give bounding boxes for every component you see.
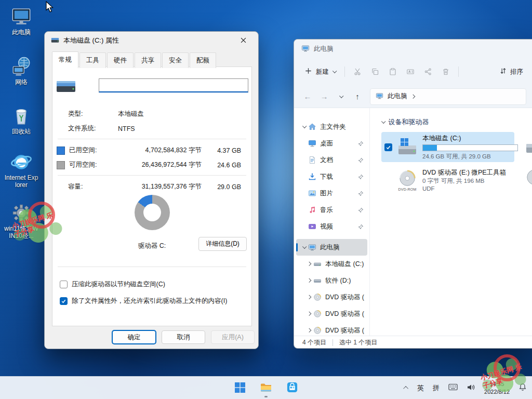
sidebar-item-pictures[interactable]: 图片 xyxy=(296,185,367,202)
sidebar-item-home[interactable]: 主文件夹 xyxy=(296,118,367,135)
breadcrumb[interactable]: 此电脑 xyxy=(388,92,407,101)
checkbox-checked-icon[interactable] xyxy=(60,297,68,305)
cancel-button[interactable]: 取消 xyxy=(162,330,205,344)
forward-button[interactable]: → xyxy=(317,89,331,104)
desktop-icon-network[interactable]: 网络 xyxy=(4,55,38,86)
sidebar-item-documents[interactable]: 文档 xyxy=(296,152,367,168)
drive-tile-dvd-e[interactable]: DVD-ROM DVD 驱动器 (E:) 微PE工具箱 0 字节 可用, 共 1… xyxy=(381,165,514,195)
clipped-drive-icon xyxy=(525,135,532,157)
checkbox-label: 压缩此驱动器以节约磁盘空间(C) xyxy=(72,280,165,289)
tab-general[interactable]: 常规 xyxy=(52,51,78,68)
rename-button[interactable] xyxy=(402,63,419,80)
drive-usage-fill xyxy=(423,145,437,151)
sidebar-item-downloads[interactable]: 下载 xyxy=(296,168,367,185)
sidebar-item-dvd-e[interactable]: DVD 驱动器 (E xyxy=(296,289,367,305)
desktop-icon-label: 回收站 xyxy=(12,128,31,136)
sort-button[interactable]: 排序 xyxy=(495,63,527,80)
language-indicator[interactable]: 英 xyxy=(416,382,425,394)
history-dropdown-button[interactable] xyxy=(334,89,348,104)
sidebar-item-label: 主文件夹 xyxy=(320,123,364,131)
volume-label-input[interactable] xyxy=(99,78,248,92)
date-label: 2022/8/12 xyxy=(484,388,510,395)
drive-name: DVD 驱动器 (E:) 微PE工具箱 xyxy=(422,168,511,177)
sidebar-item-dvd-f[interactable]: DVD 驱动器 (F xyxy=(296,305,367,322)
desktop-icon-internet-explorer[interactable]: Internet Explorer xyxy=(4,151,38,189)
checkbox-unchecked-icon[interactable] xyxy=(60,281,68,288)
chevron-right-icon xyxy=(307,262,311,266)
pictures-icon xyxy=(308,189,317,197)
speaker-icon xyxy=(467,383,475,393)
sidebar-item-videos[interactable]: 视频 xyxy=(296,218,367,235)
capacity-size: 29.0 GB xyxy=(202,183,241,191)
pin-icon xyxy=(357,157,364,163)
notification-center-button[interactable] xyxy=(517,382,528,394)
chevron-right-icon xyxy=(307,312,311,316)
divider xyxy=(344,66,345,77)
desktop-icon-this-pc[interactable]: 此电脑 xyxy=(4,5,38,36)
explorer-titlebar[interactable]: 此电脑 xyxy=(294,39,532,58)
local-disk-icon xyxy=(313,260,322,268)
store-icon xyxy=(286,381,298,395)
touch-keyboard-button[interactable] xyxy=(447,382,459,393)
file-explorer-icon xyxy=(260,381,272,395)
copy-button[interactable] xyxy=(366,63,384,80)
store-taskbar-button[interactable] xyxy=(282,378,302,398)
drive-usage-bar xyxy=(422,144,518,151)
field-label: 容量: xyxy=(57,182,118,191)
delete-button[interactable] xyxy=(437,63,455,80)
file-explorer-taskbar-button[interactable] xyxy=(256,378,276,398)
sort-icon xyxy=(499,67,507,76)
index-checkbox-row[interactable]: 除了文件属性外，还允许索引此驱动器上文件的内容(I) xyxy=(60,297,246,305)
checkbox-checked-icon[interactable] xyxy=(384,143,392,151)
general-tab-panel: 类型: 本地磁盘 文件系统: NTFS 已用空间: 4,702,584,832 … xyxy=(52,66,252,326)
divider xyxy=(58,267,246,267)
sidebar-item-music[interactable]: 音乐 xyxy=(296,202,367,218)
volume-button[interactable] xyxy=(466,382,476,394)
sidebar-item-desktop[interactable]: 桌面 xyxy=(296,135,367,152)
start-button[interactable] xyxy=(230,378,250,398)
sidebar-item-label: 软件 (D:) xyxy=(325,276,364,285)
ime-mode-indicator[interactable]: 拼 xyxy=(432,382,441,394)
filesystem-row: 文件系统: NTFS xyxy=(52,124,251,133)
field-label: 已用空间: xyxy=(69,146,130,155)
compress-checkbox-row[interactable]: 压缩此驱动器以节约磁盘空间(C) xyxy=(60,280,246,289)
tab-hardware[interactable]: 硬件 xyxy=(107,52,134,68)
up-button[interactable]: ↑ xyxy=(350,89,365,104)
free-bytes: 26,436,972,544 字节 xyxy=(130,161,202,169)
desktop-icon-win11-restore[interactable]: win11恢复WIN10经... xyxy=(4,202,38,240)
divider xyxy=(332,339,333,346)
clock[interactable]: 14:55 2022/8/12 xyxy=(483,379,511,396)
drive-detail: 0 字节 可用, 共 196 MB xyxy=(422,177,511,185)
share-button[interactable] xyxy=(419,63,437,80)
sidebar-item-drive-d[interactable]: 软件 (D:) xyxy=(296,272,367,289)
group-header[interactable]: 设备和驱动器 xyxy=(381,117,532,127)
back-button[interactable]: ← xyxy=(300,89,315,104)
videos-icon xyxy=(308,222,317,231)
desktop-icon-label: 网络 xyxy=(15,79,28,86)
details-button[interactable]: 详细信息(D) xyxy=(198,237,247,251)
paste-button[interactable] xyxy=(384,63,402,80)
sidebar-item-dvd-g[interactable]: DVD 驱动器 (G xyxy=(296,322,367,336)
chevron-right-icon xyxy=(307,278,311,283)
sidebar-item-this-pc[interactable]: 此电脑 xyxy=(296,239,367,256)
show-hidden-icons-button[interactable] xyxy=(404,385,409,391)
this-pc-icon xyxy=(308,243,317,251)
cut-button[interactable] xyxy=(349,63,366,80)
close-button[interactable] xyxy=(234,34,252,47)
address-bar[interactable]: 此电脑 xyxy=(370,88,526,105)
drive-tile-local-disk-c[interactable]: 本地磁盘 (C:) 24.6 GB 可用, 共 29.0 GB xyxy=(381,132,514,162)
dialog-titlebar[interactable]: 本地磁盘 (C:) 属性 xyxy=(45,32,258,49)
tab-tools[interactable]: 工具 xyxy=(79,52,106,68)
ok-button[interactable]: 确定 xyxy=(112,330,156,344)
tab-security[interactable]: 安全 xyxy=(162,52,189,68)
chevron-down-icon xyxy=(303,245,307,249)
new-button[interactable]: 新建 xyxy=(299,63,341,80)
chevron-down-icon xyxy=(332,69,337,73)
sidebar-item-label: 图片 xyxy=(320,189,357,198)
tab-sharing[interactable]: 共享 xyxy=(135,52,161,68)
tab-quota[interactable]: 配额 xyxy=(190,52,216,68)
ime-label: 拼 xyxy=(433,383,440,393)
sidebar-item-local-disk-c[interactable]: 本地磁盘 (C:) xyxy=(296,256,367,272)
dialog-footer: 确定 取消 应用(A) xyxy=(45,326,258,349)
desktop-icon-recycle-bin[interactable]: 回收站 xyxy=(4,104,38,136)
